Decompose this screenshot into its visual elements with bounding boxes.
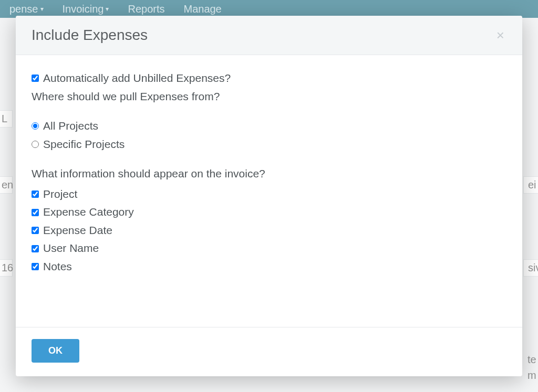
user-name-checkbox[interactable]	[32, 245, 39, 252]
dialog-title: Include Expenses	[32, 27, 148, 44]
all-projects-radio[interactable]	[32, 122, 39, 130]
info-option-notes[interactable]: Notes	[32, 258, 506, 276]
pull-option-specific-projects[interactable]: Specific Projects	[32, 136, 506, 153]
expense-category-checkbox[interactable]	[32, 209, 39, 216]
info-option-user-name[interactable]: User Name	[32, 240, 506, 257]
checkbox-label: Expense Date	[43, 222, 112, 239]
auto-add-unbilled-row[interactable]: Automatically add Unbilled Expenses?	[32, 70, 506, 87]
auto-add-unbilled-label: Automatically add Unbilled Expenses?	[43, 70, 231, 87]
checkbox-label: Project	[43, 186, 77, 203]
pull-option-all-projects[interactable]: All Projects	[32, 118, 506, 135]
checkbox-label: Notes	[43, 258, 72, 276]
notes-checkbox[interactable]	[32, 263, 39, 270]
project-checkbox[interactable]	[32, 190, 39, 198]
pull-from-question: Where should we pull Expenses from?	[32, 88, 506, 105]
info-option-expense-category[interactable]: Expense Category	[32, 204, 506, 221]
close-icon[interactable]: ×	[494, 26, 506, 44]
expense-date-checkbox[interactable]	[32, 227, 39, 234]
checkbox-label: User Name	[43, 240, 99, 257]
checkbox-label: Expense Category	[43, 204, 134, 221]
include-expenses-dialog: Include Expenses × Automatically add Unb…	[16, 16, 522, 376]
auto-add-unbilled-checkbox[interactable]	[32, 75, 39, 82]
info-option-expense-date[interactable]: Expense Date	[32, 222, 506, 239]
dialog-header: Include Expenses ×	[16, 16, 522, 55]
info-option-project[interactable]: Project	[32, 186, 506, 203]
specific-projects-radio[interactable]	[32, 141, 39, 148]
ok-button[interactable]: OK	[32, 339, 79, 363]
radio-label: All Projects	[43, 118, 98, 135]
invoice-info-question: What information should appear on the in…	[32, 165, 506, 183]
dialog-body: Automatically add Unbilled Expenses? Whe…	[16, 55, 522, 327]
dialog-footer: OK	[16, 327, 522, 376]
radio-label: Specific Projects	[43, 136, 125, 153]
